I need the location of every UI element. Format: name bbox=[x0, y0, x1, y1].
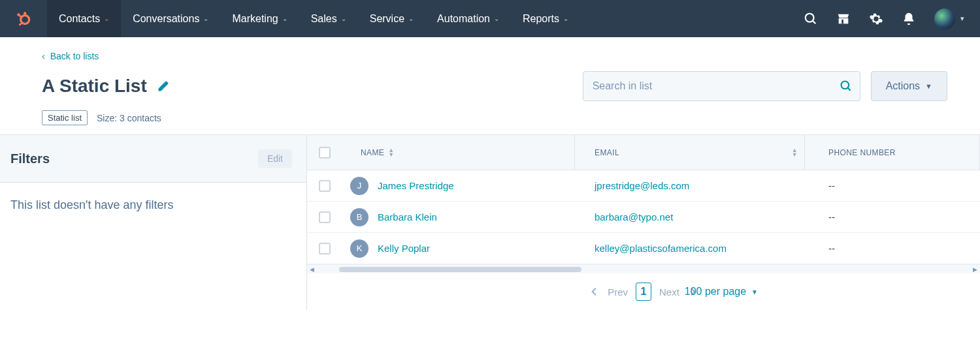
list-size-text: Size: 3 contacts bbox=[97, 113, 161, 123]
nav-item-label: Automation bbox=[437, 13, 490, 25]
page-title: A Static List bbox=[42, 76, 147, 97]
chevron-left-icon: ‹ bbox=[42, 51, 45, 61]
nav-item-label: Conversations bbox=[133, 13, 199, 25]
contact-phone: -- bbox=[805, 243, 980, 254]
nav-item-label: Service bbox=[370, 13, 404, 25]
next-page-button[interactable]: Next bbox=[659, 286, 679, 298]
contact-email-link[interactable]: kelley@plasticsofamerica.com bbox=[595, 243, 727, 254]
table-row: BBarbara Kleinbarbara@typo.net-- bbox=[307, 202, 980, 233]
static-list-badge: Static list bbox=[42, 110, 88, 125]
svg-line-6 bbox=[21, 22, 23, 23]
search-icon bbox=[840, 80, 853, 93]
row-checkbox[interactable] bbox=[319, 211, 331, 223]
sprocket-icon bbox=[15, 10, 32, 27]
contact-phone: -- bbox=[805, 180, 980, 191]
chevron-down-icon: ⌄ bbox=[341, 15, 346, 22]
caret-down-icon: ▼ bbox=[751, 288, 758, 296]
nav-item-label: Sales bbox=[311, 13, 337, 25]
chevron-down-icon: ▾ bbox=[960, 14, 964, 23]
prev-page-arrow[interactable] bbox=[589, 286, 600, 297]
column-header-email[interactable]: EMAIL ▲▼ bbox=[575, 135, 805, 170]
search-button[interactable] bbox=[840, 80, 853, 93]
contact-phone: -- bbox=[805, 211, 980, 223]
svg-rect-10 bbox=[841, 19, 843, 23]
chevron-down-icon: ⌄ bbox=[282, 15, 287, 22]
nav-item-conversations[interactable]: Conversations⌄ bbox=[121, 0, 220, 37]
chevron-down-icon: ⌄ bbox=[494, 15, 499, 22]
pencil-icon bbox=[157, 80, 169, 92]
nav-item-label: Reports bbox=[523, 13, 559, 25]
table-row: KKelly Poplarkelley@plasticsofamerica.co… bbox=[307, 233, 980, 264]
chevron-left-icon bbox=[589, 286, 600, 297]
table-row: JJames Prestridgejprestridge@leds.com-- bbox=[307, 170, 980, 202]
current-page[interactable]: 1 bbox=[636, 283, 651, 301]
nav-items: Contacts⌄Conversations⌄Marketing⌄Sales⌄S… bbox=[47, 0, 580, 37]
contact-avatar: B bbox=[350, 208, 368, 226]
nav-item-service[interactable]: Service⌄ bbox=[358, 0, 425, 37]
svg-point-1 bbox=[24, 12, 26, 14]
hubspot-logo[interactable] bbox=[0, 10, 47, 27]
horizontal-scrollbar[interactable]: ◀ ▶ bbox=[307, 264, 980, 273]
svg-line-8 bbox=[813, 20, 816, 23]
chevron-down-icon: ⌄ bbox=[563, 15, 568, 22]
per-page-dropdown[interactable]: 100 per page ▼ bbox=[685, 286, 758, 298]
contact-email-link[interactable]: jprestridge@leds.com bbox=[595, 180, 689, 191]
marketplace-icon[interactable] bbox=[836, 12, 851, 26]
contact-name-link[interactable]: James Prestridge bbox=[378, 180, 454, 191]
caret-down-icon: ▼ bbox=[925, 82, 932, 90]
svg-line-12 bbox=[847, 88, 850, 91]
sort-icon: ▲▼ bbox=[388, 148, 394, 157]
prev-page-button[interactable]: Prev bbox=[608, 286, 628, 298]
column-header-phone[interactable]: PHONE NUMBER bbox=[805, 135, 980, 170]
row-checkbox[interactable] bbox=[319, 180, 331, 192]
search-input[interactable] bbox=[583, 71, 860, 101]
column-header-name[interactable]: NAME ▲▼ bbox=[342, 135, 575, 170]
svg-point-11 bbox=[841, 82, 849, 89]
filters-heading: Filters bbox=[10, 151, 50, 166]
account-menu[interactable]: ▾ bbox=[934, 8, 964, 29]
contact-name-link[interactable]: Kelly Poplar bbox=[378, 243, 430, 254]
filters-edit-button[interactable]: Edit bbox=[258, 149, 292, 168]
contact-name-link[interactable]: Barbara Klein bbox=[378, 211, 437, 223]
nav-item-contacts[interactable]: Contacts⌄ bbox=[47, 0, 121, 37]
nav-item-label: Contacts bbox=[59, 13, 100, 25]
edit-title-button[interactable] bbox=[157, 80, 169, 92]
scroll-thumb[interactable] bbox=[339, 267, 581, 272]
top-nav: Contacts⌄Conversations⌄Marketing⌄Sales⌄S… bbox=[0, 0, 980, 37]
back-label: Back to lists bbox=[50, 51, 99, 61]
sort-icon: ▲▼ bbox=[792, 148, 798, 157]
contact-avatar: J bbox=[350, 177, 368, 195]
contact-avatar: K bbox=[350, 239, 368, 258]
bell-icon[interactable] bbox=[902, 12, 916, 26]
filters-empty-text: This list doesn't have any filters bbox=[0, 183, 306, 228]
list-search bbox=[583, 71, 860, 101]
svg-point-7 bbox=[806, 13, 814, 22]
select-all-checkbox[interactable] bbox=[319, 147, 331, 159]
filters-panel: Filters Edit This list doesn't have any … bbox=[0, 135, 307, 310]
contact-email-link[interactable]: barbara@typo.net bbox=[595, 211, 673, 223]
nav-item-reports[interactable]: Reports⌄ bbox=[511, 0, 580, 37]
back-to-lists-link[interactable]: ‹ Back to lists bbox=[42, 51, 99, 61]
nav-item-marketing[interactable]: Marketing⌄ bbox=[220, 0, 299, 37]
row-checkbox[interactable] bbox=[319, 243, 331, 254]
scroll-right-arrow[interactable]: ▶ bbox=[970, 266, 980, 273]
gear-icon[interactable] bbox=[869, 12, 883, 26]
nav-item-automation[interactable]: Automation⌄ bbox=[425, 0, 511, 37]
nav-utility-icons: ▾ bbox=[804, 8, 980, 29]
actions-label: Actions bbox=[886, 80, 920, 92]
nav-item-label: Marketing bbox=[232, 13, 278, 25]
search-icon[interactable] bbox=[804, 12, 818, 26]
table-header: NAME ▲▼ EMAIL ▲▼ PHONE NUMBER bbox=[307, 135, 980, 170]
chevron-down-icon: ⌄ bbox=[203, 15, 208, 22]
chevron-down-icon: ⌄ bbox=[104, 15, 109, 22]
contacts-table: NAME ▲▼ EMAIL ▲▼ PHONE NUMBER JJames Pre… bbox=[307, 135, 980, 310]
scroll-left-arrow[interactable]: ◀ bbox=[307, 266, 317, 273]
nav-item-sales[interactable]: Sales⌄ bbox=[299, 0, 358, 37]
avatar bbox=[934, 8, 955, 29]
actions-dropdown[interactable]: Actions ▼ bbox=[871, 71, 947, 101]
pagination: Prev 1 Next 100 per page ▼ bbox=[307, 273, 980, 310]
chevron-down-icon: ⌄ bbox=[408, 15, 414, 22]
